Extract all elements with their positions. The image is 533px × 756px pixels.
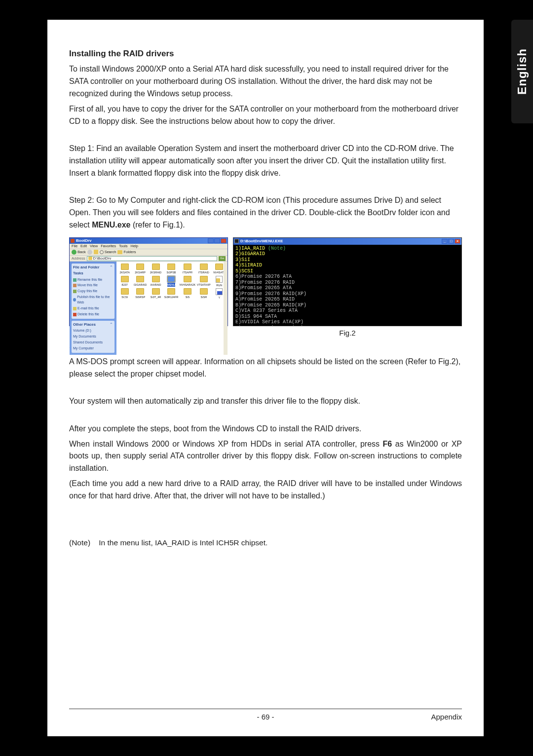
- file-label: VTSATAXP: [197, 283, 211, 287]
- copy-icon: [73, 290, 76, 293]
- folder-icon: [136, 264, 144, 270]
- folder-title-icon: [71, 239, 75, 243]
- menu-view[interactable]: View: [90, 243, 98, 249]
- search-button[interactable]: Search: [100, 249, 116, 255]
- menu-edit[interactable]: Edit: [80, 243, 87, 249]
- step-2: Step 2: Go to My Computer and right-clic…: [69, 194, 462, 231]
- dos-icon: [234, 239, 239, 243]
- place-computer[interactable]: My Computer: [73, 346, 113, 351]
- delete-link[interactable]: Delete this file: [73, 312, 113, 317]
- rename-link[interactable]: Rename this file: [73, 277, 113, 283]
- dos-minimize-button[interactable]: _: [442, 239, 448, 244]
- up-icon: [94, 250, 98, 254]
- collapse-icon[interactable]: ⌃: [110, 322, 113, 328]
- boot-paragraph: After you complete the steps, boot from …: [69, 423, 462, 435]
- back-button[interactable]: Back: [72, 249, 86, 255]
- file-item[interactable]: SCSI: [117, 288, 132, 300]
- file-item[interactable]: GIGARAID: [133, 276, 147, 288]
- file-item[interactable]: 2KSRAID: [149, 264, 163, 275]
- scrollbar[interactable]: [224, 262, 228, 354]
- file-item[interactable]: SiS: [180, 288, 195, 300]
- file-item[interactable]: 8237: [117, 276, 132, 288]
- menu-file[interactable]: File: [72, 243, 77, 249]
- file-item[interactable]: NV4SARA2K: [180, 276, 195, 288]
- file-item[interactable]: IAARAID: [149, 276, 163, 288]
- fig2-caption: Fig.2: [233, 327, 462, 339]
- folder-icon: [136, 276, 144, 282]
- folder-icon: [167, 276, 175, 282]
- up-button[interactable]: [94, 250, 98, 254]
- exe-icon: [216, 288, 223, 295]
- dos-window: D:\BootDrv\MENU.EXE _ □ × 1)IAA_RAID (No…: [233, 237, 462, 326]
- file-item[interactable]: Si3T_4R: [149, 288, 163, 300]
- file-item[interactable]: SiSRSP: [133, 288, 147, 300]
- explorer-titlebar: BootDrv: [70, 238, 228, 244]
- file-item[interactable]: ITSRAID: [196, 264, 211, 275]
- f6-key: F6: [383, 440, 392, 448]
- figure-1: BootDrv File Edit View Favorites Tools H…: [69, 237, 228, 339]
- section-name: Appendix: [431, 711, 462, 722]
- file-pane: 2KSATA2KSARP2KSRAIDSi3PSBITSAPRITSRAIDNV…: [116, 262, 228, 354]
- file-label: GIGARAID: [134, 283, 147, 287]
- forward-icon: [87, 250, 92, 255]
- collapse-icon[interactable]: ⌃: [110, 265, 113, 276]
- folder-icon: [167, 288, 175, 295]
- file-label: SiSR: [201, 295, 207, 300]
- copy-link[interactable]: Copy this file: [73, 289, 113, 294]
- publish-link[interactable]: Publish this file to the Web: [73, 295, 113, 305]
- dos-close-button[interactable]: ×: [455, 239, 460, 244]
- document-page: Installing the RAID drivers To install W…: [47, 20, 484, 736]
- file-label: SiSRSP: [135, 295, 145, 300]
- menu-favorites[interactable]: Favorites: [101, 243, 116, 249]
- move-link[interactable]: Move this file: [73, 283, 113, 288]
- file-item[interactable]: 2KSARP: [133, 264, 147, 275]
- file-item[interactable]: ITSAPR: [180, 264, 195, 275]
- go-button[interactable]: Go: [219, 256, 226, 261]
- folder-icon: [215, 264, 223, 270]
- file-label: ITSRAID: [198, 270, 209, 275]
- menu-tools[interactable]: Tools: [119, 243, 128, 249]
- figure-2: D:\BootDrv\MENU.EXE _ □ × 1)IAA_RAID (No…: [233, 237, 462, 339]
- folder-icon: [184, 276, 191, 282]
- footnote: (Note) In the menu list, IAA_RAID is Int…: [69, 537, 462, 549]
- step-1: Step 1: Find an available Operation Syst…: [69, 143, 462, 179]
- place-shared[interactable]: Shared Documents: [73, 340, 113, 345]
- address-input[interactable]: D:\BootDrv: [87, 256, 217, 261]
- delete-icon: [73, 313, 76, 316]
- folder-icon: [152, 288, 160, 295]
- forward-button[interactable]: [87, 250, 92, 255]
- place-volume[interactable]: Volume (D:): [73, 328, 113, 334]
- file-item[interactable]: 2KSATA: [117, 264, 132, 275]
- explorer-toolbar: Back Search Folders: [70, 249, 228, 256]
- file-label: Y: [218, 296, 220, 300]
- rename-icon: [73, 278, 76, 282]
- menu-help[interactable]: Help: [131, 243, 138, 249]
- folder-icon: [152, 264, 160, 270]
- folders-icon: [117, 250, 122, 254]
- language-label: English: [515, 48, 529, 95]
- close-button[interactable]: [221, 238, 227, 243]
- publish-icon: [73, 298, 76, 302]
- file-item[interactable]: SiSR: [196, 288, 211, 300]
- address-label: Address: [72, 256, 85, 262]
- explorer-menubar: File Edit View Favorites Tools Help: [70, 244, 228, 249]
- file-item[interactable]: Si3R124FR: [164, 288, 178, 300]
- places-title: Other Places: [73, 322, 96, 328]
- minimize-button[interactable]: [208, 238, 214, 243]
- explorer-side-pane: File and Folder Tasks⌃ Rename this file …: [70, 262, 116, 354]
- file-item[interactable]: VTSATAXP: [196, 276, 211, 288]
- folder-icon: [184, 264, 191, 270]
- place-documents[interactable]: My Documents: [73, 334, 113, 340]
- folder-icon: [184, 288, 191, 295]
- folder-icon: [200, 288, 208, 295]
- file-item[interactable]: Si3PSB: [164, 264, 178, 275]
- reinstall-note: (Each time you add a new hard drive to a…: [69, 478, 462, 502]
- email-link[interactable]: E-mail this file: [73, 306, 113, 311]
- file-item[interactable]: MENU: [164, 276, 178, 288]
- folder-icon: [200, 276, 208, 282]
- maximize-button[interactable]: [214, 238, 220, 243]
- dos-maximize-button[interactable]: □: [448, 239, 454, 244]
- explorer-title: BootDrv: [76, 238, 92, 244]
- folders-button[interactable]: Folders: [117, 249, 136, 255]
- file-label: SiS: [186, 295, 190, 300]
